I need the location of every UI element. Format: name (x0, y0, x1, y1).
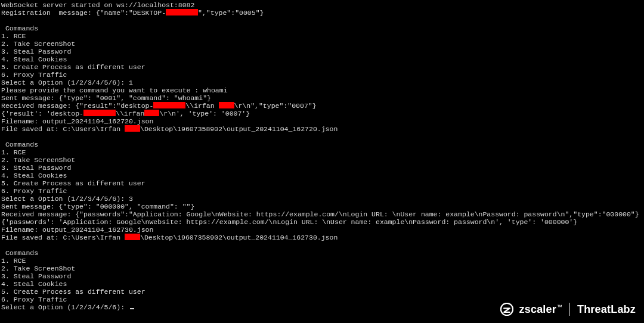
terminal-line: {'result': 'desktop-\\irfan\r\n', 'type'… (1, 110, 643, 117)
terminal-text: 3. Steal Password (1, 164, 71, 172)
terminal-text: WebSocket server started on ws://localho… (1, 1, 194, 9)
terminal-text: 2. Take ScreenShot (1, 265, 75, 272)
terminal-line: Sent message: {"type": "0001", "command"… (1, 94, 643, 102)
terminal-text: Sent message: {"type": "0001", "command"… (1, 94, 211, 102)
redaction-block (153, 102, 185, 108)
redaction-block (125, 234, 140, 240)
svg-point-0 (500, 303, 512, 315)
terminal-line: File saved at: C:\Users\Irfan \Desktop\1… (1, 125, 643, 133)
terminal-line (1, 133, 643, 141)
terminal-text: Received message: {"result":"desktop- (1, 102, 153, 110)
terminal-line: Select a Option (1/2/3/4/5/6): 3 (1, 195, 643, 203)
terminal-text: \r\n","type":"0007"} (234, 102, 317, 110)
terminal-text: 3. Steal Password (1, 48, 71, 55)
redaction-block (125, 125, 140, 132)
zscaler-brand-text: zscaler™ (519, 303, 562, 316)
threatlabz-text: ThreatLabz (577, 303, 636, 316)
redaction-block (83, 110, 116, 116)
terminal-line: 3. Steal Password (1, 48, 643, 55)
terminal-text: ","type":"0005"} (198, 9, 264, 17)
terminal-text: \Desktop\19607358902\output_20241104_162… (140, 125, 338, 133)
terminal-line: 6. Proxy Traffic (1, 71, 643, 79)
terminal-text: 6. Proxy Traffic (1, 71, 67, 79)
terminal-text: File saved at: C:\Users\Irfan (1, 234, 125, 241)
terminal-text: Please provide the command you want to e… (1, 86, 228, 94)
terminal-text: 6. Proxy Traffic (1, 296, 67, 303)
terminal-line: 5. Create Process as different user (1, 63, 643, 71)
terminal-line: 5. Create Process as different user (1, 179, 643, 187)
terminal-text: 4. Steal Cookies (1, 55, 67, 63)
terminal-line: 5. Create Process as different user (1, 288, 643, 296)
terminal-line: 6. Proxy Traffic (1, 187, 643, 195)
terminal-line: Sent message: {"type": "000000", "comman… (1, 203, 643, 210)
terminal-line: Registration message: {"name":"DESKTOP-"… (1, 9, 643, 17)
terminal-line: 1. RCE (1, 148, 643, 156)
terminal-text: 3. Steal Password (1, 272, 71, 280)
terminal-text: \\irfan (116, 110, 144, 117)
terminal-text: {'passwords': 'Application: Google\nWebs… (1, 218, 577, 226)
terminal-line: File saved at: C:\Users\Irfan \Desktop\1… (1, 234, 643, 241)
terminal-text: 6. Proxy Traffic (1, 187, 67, 195)
terminal-line: Select a Option (1/2/3/4/5/6): 1 (1, 79, 643, 86)
terminal-text: \r\n', 'type': '0007'} (159, 110, 250, 117)
terminal-cursor[interactable] (130, 308, 134, 309)
terminal-line: Filename: output_20241104_162720.json (1, 117, 643, 125)
terminal-line: Commands (1, 24, 643, 32)
terminal-line (1, 241, 643, 249)
terminal-line: Commands (1, 249, 643, 257)
terminal-line: 2. Take ScreenShot (1, 265, 643, 272)
terminal-line: 2. Take ScreenShot (1, 40, 643, 48)
terminal-line (1, 17, 643, 24)
terminal-text: Filename: output_20241104_162720.json (1, 117, 153, 125)
terminal-text: Sent message: {"type": "000000", "comman… (1, 203, 194, 210)
terminal-line: 4. Steal Cookies (1, 280, 643, 288)
terminal-text: 5. Create Process as different user (1, 288, 145, 296)
terminal-line: Commands (1, 141, 643, 148)
terminal-line: 4. Steal Cookies (1, 172, 643, 179)
terminal-text: 1. RCE (1, 257, 26, 265)
redaction-block (219, 102, 234, 108)
terminal-line: {'passwords': 'Application: Google\nWebs… (1, 218, 643, 226)
terminal-text: 1. RCE (1, 148, 26, 156)
terminal-line: 1. RCE (1, 257, 643, 265)
terminal-text: Commands (1, 249, 38, 257)
terminal-text: \\irfan (185, 102, 218, 110)
terminal-text: File saved at: C:\Users\Irfan (1, 125, 125, 133)
terminal-output: WebSocket server started on ws://localho… (0, 0, 644, 312)
terminal-text: 2. Take ScreenShot (1, 40, 75, 48)
terminal-text: 1. RCE (1, 32, 26, 40)
terminal-line: 3. Steal Password (1, 272, 643, 280)
terminal-text: Select a Option (1/2/3/4/5/6): 3 (1, 195, 133, 203)
terminal-line: 4. Steal Cookies (1, 55, 643, 63)
terminal-text: Filename: output_20241104_162730.json (1, 226, 153, 234)
divider (569, 303, 570, 316)
terminal-line: Received message: {"passwords":"Applicat… (1, 210, 643, 218)
terminal-line: 2. Take ScreenShot (1, 156, 643, 164)
terminal-text: Commands (1, 24, 38, 32)
terminal-line: Filename: output_20241104_162730.json (1, 226, 643, 234)
terminal-text: {'result': 'desktop- (1, 110, 83, 117)
terminal-text: Select a Option (1/2/3/4/5/6): (1, 303, 129, 311)
terminal-line: WebSocket server started on ws://localho… (1, 1, 643, 9)
terminal-text: 2. Take ScreenShot (1, 156, 75, 164)
terminal-line: Please provide the command you want to e… (1, 86, 643, 94)
redaction-block (166, 9, 198, 15)
zscaler-logo-icon (500, 303, 513, 316)
terminal-text: Select a Option (1/2/3/4/5/6): 1 (1, 79, 133, 86)
terminal-text: 4. Steal Cookies (1, 280, 67, 288)
terminal-line: 3. Steal Password (1, 164, 643, 172)
terminal-text: Registration message: {"name":"DESKTOP- (1, 9, 166, 17)
redaction-block (144, 110, 159, 116)
terminal-text: 4. Steal Cookies (1, 172, 67, 179)
terminal-line: Received message: {"result":"desktop-\\i… (1, 102, 643, 110)
terminal-text: 5. Create Process as different user (1, 63, 145, 71)
terminal-text: Commands (1, 141, 38, 148)
terminal-text: \Desktop\19607358902\output_20241104_162… (140, 234, 338, 241)
terminal-text: 5. Create Process as different user (1, 179, 145, 187)
terminal-line: 1. RCE (1, 32, 643, 40)
terminal-text: Received message: {"passwords":"Applicat… (1, 210, 639, 218)
watermark: zscaler™ ThreatLabz (500, 303, 636, 316)
